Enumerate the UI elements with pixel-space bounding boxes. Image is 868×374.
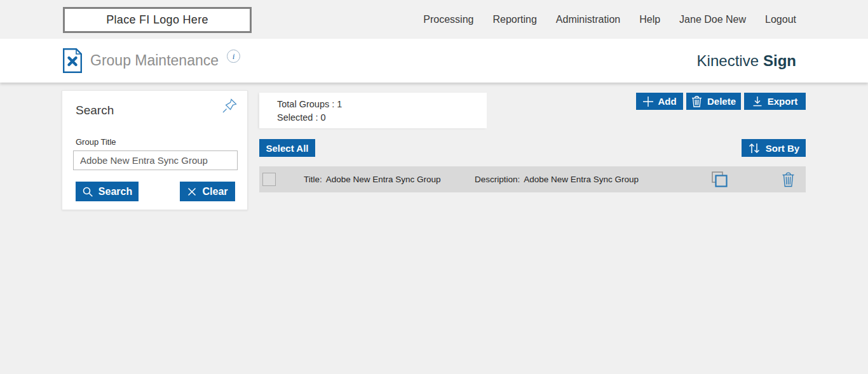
copy-icon <box>711 171 728 188</box>
nav-item-processing[interactable]: Processing <box>423 14 473 25</box>
row-description-label: Description: <box>475 175 520 184</box>
clear-icon <box>187 187 197 197</box>
brand-name-regular: Kinective <box>697 52 759 70</box>
main-nav: Processing Reporting Administration Help… <box>423 0 796 39</box>
fi-logo-text: Place FI Logo Here <box>106 13 208 27</box>
summary-card: Total Groups : 1 Selected : 0 <box>259 93 487 128</box>
brand-logo: Kinective Sign <box>697 39 796 83</box>
sort-by-button-label: Sort By <box>766 143 799 154</box>
brand-name-bold: Sign <box>763 52 796 70</box>
group-list-row: Title: Adobe New Entra Sync Group Descri… <box>259 166 806 192</box>
search-icon <box>82 186 93 197</box>
clear-button[interactable]: Clear <box>180 182 235 201</box>
row-select-checkbox[interactable] <box>262 173 276 186</box>
nav-item-user-menu[interactable]: Jane Doe New <box>679 14 746 25</box>
row-title-field: Title: Adobe New Entra Sync Group <box>304 166 441 192</box>
row-title-label: Title: <box>304 175 322 184</box>
export-icon <box>752 96 763 107</box>
page-header: Group Maintenance i Kinective Sign <box>0 39 868 83</box>
content-area: Search Group Title Search Clear <box>0 83 868 374</box>
nav-item-reporting[interactable]: Reporting <box>492 14 536 25</box>
delete-icon <box>691 95 702 107</box>
add-icon <box>642 96 654 107</box>
clear-button-label: Clear <box>202 186 227 197</box>
row-title-value: Adobe New Entra Sync Group <box>326 175 441 184</box>
info-icon-glyph: i <box>233 51 235 62</box>
action-toolbar: Add Delete Export <box>636 93 806 110</box>
row-description-field: Description: Adobe New Entra Sync Group <box>475 166 639 192</box>
row-delete-icon <box>782 171 795 187</box>
nav-item-administration[interactable]: Administration <box>556 14 620 25</box>
search-panel: Search Group Title Search Clear <box>62 90 248 210</box>
total-groups-count: Total Groups : 1 <box>277 99 487 109</box>
delete-button[interactable]: Delete <box>686 93 741 110</box>
fi-logo-placeholder: Place FI Logo Here <box>63 7 252 33</box>
nav-item-logout[interactable]: Logout <box>765 14 796 25</box>
search-button[interactable]: Search <box>76 182 139 201</box>
select-all-button[interactable]: Select All <box>259 139 315 157</box>
row-copy-button[interactable] <box>711 171 728 188</box>
row-delete-button[interactable] <box>782 171 795 187</box>
group-title-input[interactable] <box>73 150 238 170</box>
export-button[interactable]: Export <box>744 93 806 110</box>
nav-item-help[interactable]: Help <box>639 14 660 25</box>
top-bar: Place FI Logo Here Processing Reporting … <box>0 0 868 39</box>
export-button-label: Export <box>768 96 798 107</box>
sort-icon <box>748 143 761 154</box>
add-button-label: Add <box>658 96 676 107</box>
page-header-left: Group Maintenance i <box>63 39 240 83</box>
selected-count: Selected : 0 <box>277 112 487 123</box>
search-button-label: Search <box>98 186 132 197</box>
page-tools-icon <box>63 48 82 73</box>
pin-icon[interactable] <box>221 97 238 114</box>
page-title: Group Maintenance <box>90 52 219 69</box>
delete-button-label: Delete <box>707 96 736 107</box>
group-title-label: Group Title <box>76 137 116 147</box>
add-button[interactable]: Add <box>636 93 683 110</box>
search-panel-title: Search <box>76 104 114 117</box>
sort-by-button[interactable]: Sort By <box>742 139 806 157</box>
select-all-button-label: Select All <box>266 143 309 154</box>
row-description-value: Adobe New Entra Sync Group <box>524 175 639 184</box>
info-icon[interactable]: i <box>227 50 240 63</box>
